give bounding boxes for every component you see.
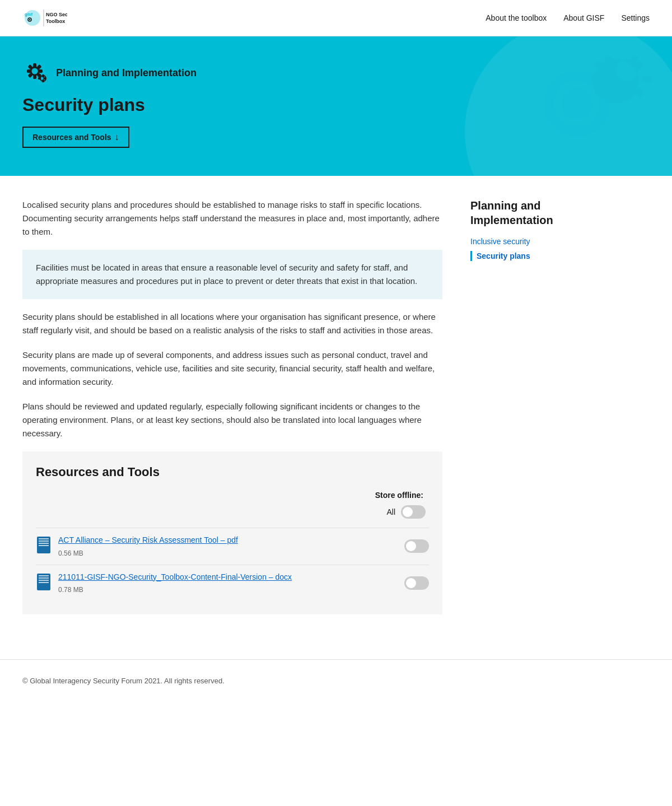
footer-text: © Global Interagency Security Forum 2021…: [22, 677, 225, 685]
svg-rect-11: [594, 60, 604, 71]
svg-text:NGO Security: NGO Security: [46, 12, 67, 17]
paragraph-1: Localised security plans and procedures …: [22, 198, 442, 239]
hero-banner: Planning and Implementation Security pla…: [0, 36, 672, 176]
nav-item-settings[interactable]: Settings: [621, 13, 650, 23]
svg-rect-8: [632, 56, 638, 66]
svg-rect-14: [634, 87, 645, 97]
svg-rect-21: [38, 69, 43, 73]
hero-gear-decoration: [493, 36, 661, 176]
paragraph-3: Security plans are made up of several co…: [22, 348, 442, 389]
resource-size-1: 0.56 MB: [58, 549, 83, 557]
resources-tools-section: Resources and Tools Store offline: All A…: [22, 451, 442, 614]
sidebar-heading: Planning and Implementation: [470, 198, 594, 227]
nav-item-about-toolbox[interactable]: About the toolbox: [486, 13, 547, 23]
svg-point-15: [549, 76, 605, 132]
sidebar-nav: Inclusive security Security plans: [470, 236, 594, 261]
svg-rect-19: [33, 74, 36, 79]
main-content: Localised security plans and procedures …: [0, 176, 616, 637]
svg-point-3: [29, 19, 30, 20]
svg-rect-10: [642, 76, 652, 82]
all-toggle[interactable]: [401, 505, 426, 519]
category-gear-icon: [22, 59, 50, 87]
svg-rect-7: [605, 56, 612, 66]
resource-size-2: 0.78 MB: [58, 586, 83, 594]
resource-info-2: 211011-GISF-NGO-Security_Toolbox-Content…: [58, 572, 398, 595]
resource-icon-1: [36, 536, 52, 554]
resource-toggle-2: [404, 576, 429, 590]
nav-item-about-gisf[interactable]: About GISF: [563, 13, 604, 23]
svg-rect-18: [33, 63, 36, 68]
sidebar-item-security-plans[interactable]: Security plans: [470, 251, 594, 261]
resource-link-2[interactable]: 211011-GISF-NGO-Security_Toolbox-Content…: [58, 572, 398, 583]
footer: © Global Interagency Security Forum 2021…: [0, 659, 672, 702]
resource-toggle-1: [404, 539, 429, 553]
svg-text:Toolbox: Toolbox: [46, 18, 65, 24]
paragraph-4: Plans should be reviewed and updated reg…: [22, 400, 442, 440]
svg-point-16: [561, 88, 592, 119]
document-icon-1: [37, 537, 50, 553]
svg-rect-9: [591, 76, 601, 82]
document-icon-2: [37, 574, 50, 590]
resources-tools-heading: Resources and Tools: [36, 465, 429, 479]
svg-rect-27: [42, 74, 44, 77]
logo-icon: gisf NGO Security Toolbox: [22, 7, 67, 29]
highlight-box: Facilities must be located in areas that…: [22, 250, 442, 299]
svg-rect-12: [634, 60, 645, 71]
svg-text:gisf: gisf: [25, 12, 33, 17]
store-offline-header: Store offline:: [36, 491, 429, 500]
navbar: gisf NGO Security Toolbox About the tool…: [0, 0, 672, 36]
svg-point-17: [31, 67, 39, 75]
resource-item-1: ACT Alliance – Security Risk Assessment …: [36, 528, 429, 565]
svg-rect-30: [43, 77, 46, 80]
paragraph-2: Security plans should be established in …: [22, 310, 442, 337]
resource-info-1: ACT Alliance – Security Risk Assessment …: [58, 535, 398, 558]
svg-rect-13: [594, 87, 604, 97]
sidebar-item-inclusive-security[interactable]: Inclusive security: [470, 236, 594, 246]
resources-tools-button[interactable]: Resources and Tools ↓: [22, 127, 129, 148]
all-label: All: [386, 507, 395, 516]
item-1-toggle-slider: [404, 539, 429, 553]
svg-rect-20: [27, 69, 31, 73]
all-toggle-slider: [401, 505, 426, 519]
resource-link-1[interactable]: ACT Alliance – Security Risk Assessment …: [58, 535, 398, 546]
item-2-toggle-slider: [404, 576, 429, 590]
content-column: Localised security plans and procedures …: [22, 198, 442, 614]
svg-rect-29: [38, 77, 41, 80]
logo[interactable]: gisf NGO Security Toolbox: [22, 7, 67, 29]
all-toggle-row: All: [36, 505, 429, 519]
hero-category-label: Planning and Implementation: [56, 67, 197, 79]
resource-item-2: 211011-GISF-NGO-Security_Toolbox-Content…: [36, 565, 429, 602]
arrow-down-icon: ↓: [115, 132, 119, 142]
resource-icon-2: [36, 573, 52, 591]
nav-links: About the toolbox About GISF Settings: [486, 13, 650, 23]
hero-category: Planning and Implementation: [22, 59, 650, 87]
sidebar: Planning and Implementation Inclusive se…: [470, 198, 594, 614]
item-1-toggle[interactable]: [404, 539, 429, 553]
hero-title: Security plans: [22, 95, 650, 115]
item-2-toggle[interactable]: [404, 576, 429, 590]
svg-rect-28: [42, 80, 44, 82]
